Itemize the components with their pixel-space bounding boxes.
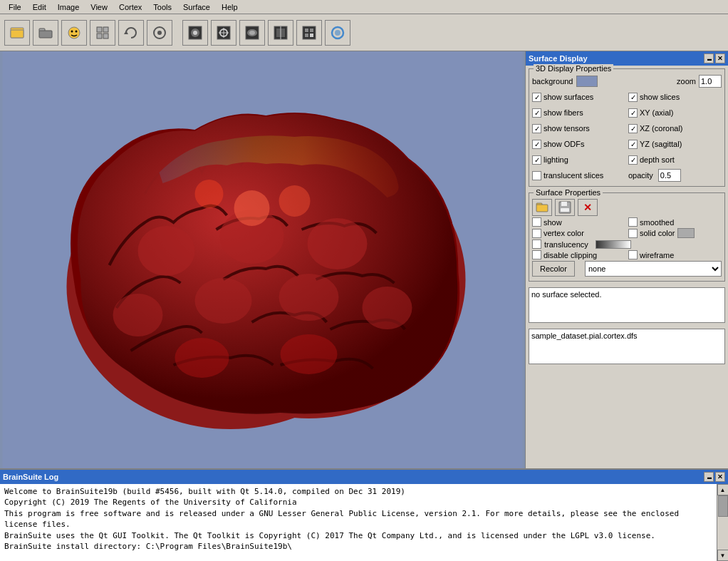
lighting-depthsort-row: lighting depth sort [532, 152, 722, 168]
menu-edit[interactable]: Edit [27, 1, 52, 13]
log-scroll-track [718, 495, 728, 550]
show-slices-checkbox[interactable] [628, 93, 638, 102]
log-scrollbar[interactable]: ▲ ▼ [717, 484, 728, 561]
image5-button[interactable] [296, 20, 322, 46]
log-content[interactable]: Welcome to BrainSuite19b (build #5456, b… [0, 484, 717, 561]
log-minimize-button[interactable]: 🗕 [704, 472, 714, 482]
lighting-half: lighting [532, 155, 625, 165]
face-button[interactable] [61, 20, 87, 46]
svg-point-44 [175, 338, 229, 378]
sp-smoothed-checkbox[interactable] [628, 217, 638, 227]
menu-view[interactable]: View [85, 1, 113, 13]
rotate-button[interactable] [118, 20, 144, 46]
xz-coronal-checkbox[interactable] [628, 124, 638, 133]
sp-translucency-checkbox[interactable] [532, 240, 541, 249]
svg-point-16 [193, 31, 197, 35]
surfaces-slices-row: show surfaces show slices [532, 89, 722, 105]
background-label: background [532, 77, 573, 86]
sp-smoothed-half: smoothed [628, 217, 722, 227]
log-scroll-thumb[interactable] [718, 495, 728, 517]
surface-save-button[interactable] [555, 199, 575, 216]
surface-open-icon [536, 201, 548, 214]
zoom-input[interactable]: 1.0 [699, 75, 722, 88]
depth-sort-checkbox[interactable] [628, 155, 638, 165]
show-odfs-half: show ODFs [532, 140, 625, 149]
sp-solid-color-label: solid color [640, 229, 675, 237]
show-fibers-checkbox[interactable] [532, 108, 541, 118]
face-icon [66, 25, 82, 41]
recolor-button[interactable]: Recolor [532, 261, 575, 277]
svg-point-47 [195, 180, 224, 208]
sp-vertex-color-checkbox[interactable] [532, 229, 541, 238]
translucent-slices-checkbox[interactable] [532, 171, 541, 180]
translucency-slider[interactable] [596, 240, 631, 249]
show-tensors-checkbox[interactable] [532, 124, 541, 133]
refresh-icon [330, 25, 345, 41]
svg-point-43 [363, 287, 412, 329]
opacity-label: opacity [628, 171, 653, 180]
recolor-dropdown[interactable]: none curvature sulcal depth thickness [585, 261, 722, 277]
menu-surface[interactable]: Surface [177, 1, 216, 13]
yz-sagittal-checkbox[interactable] [628, 140, 638, 149]
log-scroll-down[interactable]: ▼ [717, 550, 729, 561]
panel-title: Surface Display [529, 54, 588, 63]
sp-wireframe-checkbox[interactable] [628, 250, 638, 259]
log-scroll-up[interactable]: ▲ [717, 484, 729, 495]
image3-button[interactable] [239, 20, 265, 46]
refresh-button[interactable] [325, 20, 350, 46]
sp-solid-color-checkbox[interactable] [628, 229, 638, 238]
opacity-input[interactable] [658, 169, 681, 182]
circle-icon [152, 25, 167, 41]
panel-close-button[interactable]: ✕ [715, 53, 725, 63]
sp-solid-color-swatch[interactable] [677, 228, 695, 238]
show-tensors-label: show tensors [544, 124, 590, 133]
image2-button[interactable] [211, 20, 236, 46]
svg-marker-11 [124, 31, 128, 34]
grid-button[interactable] [90, 20, 115, 46]
panel-minimize-button[interactable]: 🗕 [704, 53, 714, 63]
show-odfs-checkbox[interactable] [532, 140, 541, 149]
surface-info-area: no surface selected. [529, 287, 725, 323]
menu-tools[interactable]: Tools [147, 1, 177, 13]
surface-toolbar-row: ✕ [532, 199, 722, 216]
image4-button[interactable] [268, 20, 293, 46]
fibers-xy-row: show fibers XY (axial) [532, 105, 722, 120]
open-button[interactable] [4, 20, 30, 46]
menu-file[interactable]: File [3, 1, 27, 13]
svg-rect-27 [303, 26, 316, 39]
show-fibers-label: show fibers [544, 108, 583, 117]
sp-show-checkbox[interactable] [532, 217, 541, 227]
sp-show-label: show [544, 218, 562, 227]
viewport[interactable] [0, 51, 525, 468]
svg-rect-28 [305, 29, 308, 32]
image4-icon [273, 25, 288, 41]
surface-open-button[interactable] [532, 199, 552, 216]
lighting-checkbox[interactable] [532, 155, 541, 165]
xy-axial-checkbox[interactable] [628, 108, 638, 118]
background-color-swatch[interactable] [576, 76, 598, 87]
image1-button[interactable] [182, 20, 208, 46]
svg-rect-31 [310, 34, 313, 37]
svg-point-13 [157, 31, 162, 35]
translucency-row: translucency [532, 240, 722, 249]
svg-point-48 [279, 185, 311, 217]
sp-clipping-half: disable clipping [532, 250, 625, 259]
sp-disable-clipping-checkbox[interactable] [532, 250, 541, 259]
log-titlebar: BrainSuite Log 🗕 ✕ [0, 470, 728, 484]
svg-point-4 [68, 27, 80, 38]
show-surfaces-checkbox[interactable] [532, 93, 541, 102]
menu-cortex[interactable]: Cortex [113, 1, 147, 13]
sp-vertex-color-label: vertex color [544, 229, 584, 237]
menu-help[interactable]: Help [216, 1, 244, 13]
menu-image[interactable]: Image [52, 1, 85, 13]
circle-button[interactable] [147, 20, 172, 46]
surface-close-button[interactable]: ✕ [578, 199, 598, 216]
brain-view [0, 51, 525, 468]
sp-smoothed-label: smoothed [640, 218, 674, 227]
log-line: This program is free software and is rel… [4, 508, 712, 530]
translucent-half: translucent slices [532, 171, 625, 180]
log-close-button[interactable]: ✕ [715, 472, 725, 482]
svg-point-39 [308, 218, 368, 269]
folder-button[interactable] [33, 20, 58, 46]
display-properties-group: 3D Display Properties background zoom 1.… [529, 68, 725, 187]
